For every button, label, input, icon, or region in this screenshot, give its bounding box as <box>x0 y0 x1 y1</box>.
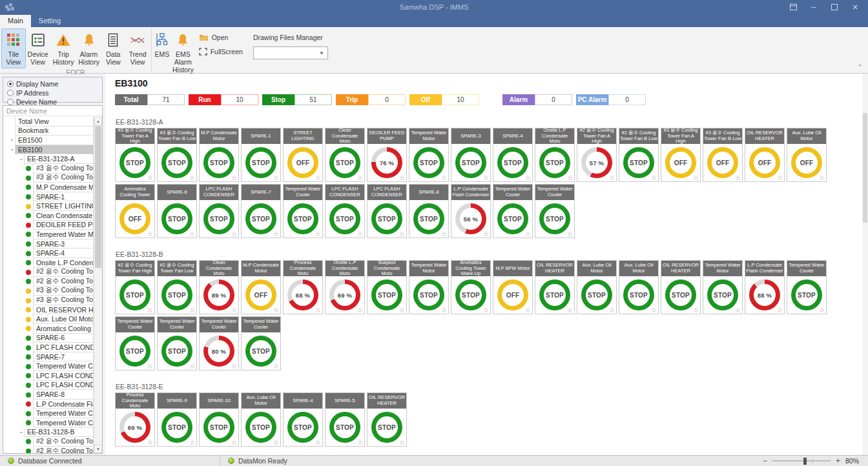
device-view-button[interactable]: Device View <box>26 28 50 68</box>
device-tile[interactable]: M.P Condensate MotorSTOP☆ <box>199 128 239 182</box>
tree-item[interactable]: #3 용수 Cooling To... <box>3 174 94 183</box>
minimize-button[interactable]: ─ <box>805 1 823 14</box>
tree-item[interactable]: Bookmark <box>3 127 94 136</box>
tree-item[interactable]: M.P Condensate Mo... <box>3 183 94 192</box>
trend-view-button[interactable]: Trend View <box>125 28 150 68</box>
radio-ip-address[interactable]: IP Address <box>7 89 49 97</box>
device-tile[interactable]: Onsite L.P Condensate Moto69 %☆ <box>325 260 365 314</box>
tree-item[interactable]: #2 용수 Cooling To... <box>3 277 94 287</box>
device-tile[interactable]: OIL RESERVOR HEATERSTOP☆ <box>661 260 701 314</box>
device-tile[interactable]: SPARE-8STOP☆ <box>409 184 449 238</box>
tree-item[interactable]: #2 용수 Cooling To... <box>3 268 94 278</box>
device-tile[interactable]: SPARE-9STOP☆ <box>157 392 197 447</box>
device-tile[interactable]: Aromatics Cooling TowerOFF☆ <box>115 184 155 238</box>
tree-item[interactable]: ›EE-B31-3128-B <box>3 428 94 438</box>
device-tile[interactable]: OIL RESERVOR HEATERSTOP☆ <box>367 392 407 447</box>
main-scrollbar[interactable] <box>862 74 868 455</box>
device-tile[interactable]: Tempered Water CoolerSTOP☆ <box>283 184 323 238</box>
favorite-star-icon[interactable]: ☆ <box>273 363 279 370</box>
tree-item[interactable]: LPC FLASH CONDE... <box>3 381 94 390</box>
device-tile[interactable]: Aux. Lube Oil MotorSTOP☆ <box>241 392 281 447</box>
favorite-star-icon[interactable]: ☆ <box>693 307 699 314</box>
device-tile[interactable]: Tempered Water MotorSTOP☆ <box>409 128 449 182</box>
device-tile[interactable]: M.P Condensate MotorOFF☆ <box>241 260 281 314</box>
tree-item[interactable]: OIL RESERVOR HEA... <box>3 305 94 315</box>
favorite-star-icon[interactable]: ☆ <box>483 175 489 181</box>
favorite-star-icon[interactable]: ☆ <box>609 175 615 181</box>
tree-item[interactable]: Aux. Lube Oil Motor <box>3 314 94 324</box>
device-tile[interactable]: Tempered Water CoolerSTOP☆ <box>157 316 197 370</box>
favorite-star-icon[interactable]: ☆ <box>357 440 363 446</box>
device-tile[interactable]: Clean Condensate Moto89 %☆ <box>199 260 239 314</box>
favorite-star-icon[interactable]: ☆ <box>147 440 153 446</box>
favorite-star-icon[interactable]: ☆ <box>147 307 153 314</box>
tree-item[interactable]: Clean Condensate ... <box>3 211 94 221</box>
device-tile[interactable]: Tempered Water CoolerSTOP☆ <box>241 316 281 370</box>
device-tile[interactable]: #3 용수 Cooling Tower Fan A HighOFF☆ <box>661 128 701 182</box>
favorite-star-icon[interactable]: ☆ <box>483 231 489 238</box>
maximize-button[interactable] <box>825 1 843 14</box>
fullscreen-button[interactable]: FullScreen <box>199 48 243 56</box>
tree-item[interactable]: SPARE-6 <box>3 334 94 343</box>
chevron-down-icon[interactable]: › <box>8 147 15 153</box>
tree-item[interactable]: #2 용수 Cooling To... <box>3 447 94 453</box>
device-tile[interactable]: #2 용수 Cooling Tower Fan HighSTOP☆ <box>115 260 155 314</box>
favorite-star-icon[interactable]: ☆ <box>651 175 657 181</box>
tree-scrollbar[interactable]: ▲ ▼ <box>94 117 102 453</box>
device-tile[interactable]: Onsite L.P Condensate MotoSTOP☆ <box>535 128 575 182</box>
favorite-star-icon[interactable]: ☆ <box>609 307 615 314</box>
alarm-history-button[interactable]: Alarm History <box>77 28 101 68</box>
favorite-star-icon[interactable]: ☆ <box>189 175 195 181</box>
favorite-star-icon[interactable]: ☆ <box>399 231 405 238</box>
device-tile[interactable]: SPARE-4STOP☆ <box>493 128 533 182</box>
scrollbar-thumb[interactable] <box>95 126 101 268</box>
favorite-star-icon[interactable]: ☆ <box>483 307 489 314</box>
favorite-star-icon[interactable]: ☆ <box>231 307 237 314</box>
favorite-star-icon[interactable]: ☆ <box>315 231 321 238</box>
favorite-star-icon[interactable]: ☆ <box>147 363 153 370</box>
favorite-star-icon[interactable]: ☆ <box>357 231 363 238</box>
favorite-star-icon[interactable]: ☆ <box>441 231 447 238</box>
tree-item[interactable]: STREET LIGHTING <box>3 201 94 211</box>
chevron-down-icon[interactable]: › <box>17 156 24 163</box>
favorite-star-icon[interactable]: ☆ <box>357 307 363 314</box>
tree-item[interactable]: #2 용수 Cooling To... <box>3 437 94 447</box>
favorite-star-icon[interactable]: ☆ <box>189 363 195 370</box>
device-tile[interactable]: #2 용수 Cooling Tower Fan B LowSTOP☆ <box>619 128 659 182</box>
scroll-up-icon[interactable]: ▲ <box>94 117 102 125</box>
device-tile[interactable]: #3 용수 Cooling Tower Fan B LowOFF☆ <box>703 128 743 182</box>
favorite-star-icon[interactable]: ☆ <box>735 307 741 314</box>
tree-item[interactable]: #3 용수 Cooling To... <box>3 287 94 296</box>
favorite-star-icon[interactable]: ☆ <box>735 175 741 181</box>
favorite-star-icon[interactable]: ☆ <box>567 307 573 314</box>
zoom-in-button[interactable]: + <box>836 456 840 465</box>
device-tile[interactable]: Suspect Condensate MotoSTOP☆ <box>367 260 407 314</box>
device-tile[interactable]: Aux. Lube Oil MotorSTOP☆ <box>619 260 659 314</box>
device-tile[interactable]: SPARE-5STOP☆ <box>325 392 365 447</box>
device-tile[interactable]: LPC FLASH CONDENSERSTOP☆ <box>325 184 365 238</box>
favorite-star-icon[interactable]: ☆ <box>315 307 321 314</box>
device-tile[interactable]: #3 용수 Cooling Tower Fan A HighSTOP☆ <box>115 128 155 182</box>
device-tile[interactable]: Tempered Water MotorSTOP☆ <box>703 260 743 314</box>
favorite-star-icon[interactable]: ☆ <box>567 231 573 238</box>
zoom-out-button[interactable]: − <box>763 456 767 465</box>
favorite-star-icon[interactable]: ☆ <box>147 231 153 238</box>
favorite-star-icon[interactable]: ☆ <box>189 307 195 314</box>
ribbon-layout-button[interactable] <box>784 1 802 14</box>
favorite-star-icon[interactable]: ☆ <box>315 175 321 181</box>
device-tile[interactable]: SPARE-7STOP☆ <box>241 184 281 238</box>
favorite-star-icon[interactable]: ☆ <box>231 231 237 238</box>
favorite-star-icon[interactable]: ☆ <box>693 175 699 181</box>
device-tile[interactable]: DEOILER FEED PUMP76 %☆ <box>367 128 407 182</box>
favorite-star-icon[interactable]: ☆ <box>819 307 825 314</box>
drawing-files-combobox[interactable]: ▼ <box>253 46 328 59</box>
device-tile[interactable]: SPARE-10STOP☆ <box>199 392 239 447</box>
tree-item[interactable]: ›EE-B31-3128-A <box>3 154 94 164</box>
trip-history-button[interactable]: Trip History <box>50 28 77 68</box>
chevron-down-icon[interactable]: › <box>17 429 24 436</box>
device-tile[interactable]: Aux. Lube Oil MotorSTOP☆ <box>577 260 617 314</box>
tree-item[interactable]: SPARE-1 <box>3 192 94 202</box>
favorite-star-icon[interactable]: ☆ <box>441 307 447 314</box>
favorite-star-icon[interactable]: ☆ <box>777 307 783 314</box>
scrollbar-thumb[interactable] <box>863 113 867 223</box>
